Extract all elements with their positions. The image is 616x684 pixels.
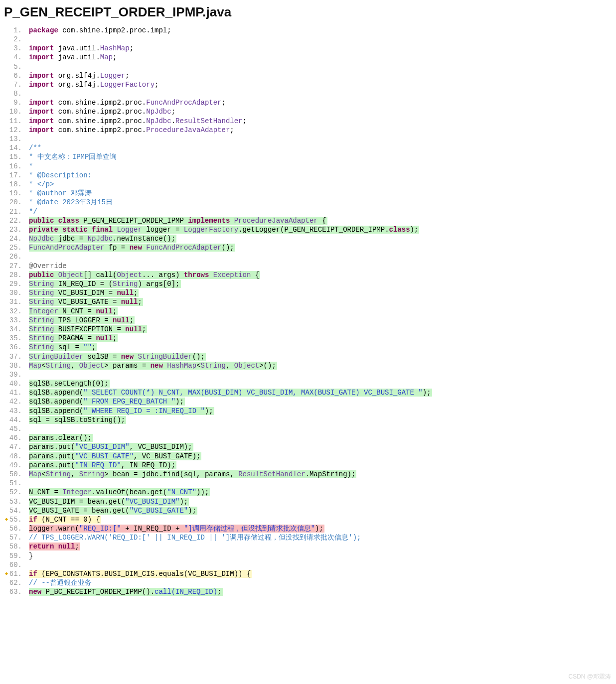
code-content: String VC_BUSI_DIM = null; (26, 288, 139, 297)
code-line: 22.public class P_GEN_RECEIPT_ORDER_IPMP… (4, 216, 612, 225)
code-content: * @date 2023年3月15日 (26, 198, 114, 207)
code-content: StringBuilder sqlSB = new StringBuilder(… (26, 352, 206, 361)
code-line: 6.import org.slf4j.Logger; (4, 71, 612, 80)
code-content: params.put("VC_BUSI_DIM", VC_BUSI_DIM); (26, 442, 193, 451)
code-line: 8. (4, 89, 612, 98)
code-line: 61.◆ if (EPG_CONSTANTS.BUSI_DIM_CIS.equa… (4, 569, 612, 578)
code-content: String sql = ""; (26, 343, 97, 352)
line-number: 17. (4, 171, 26, 180)
line-number: 21. (4, 207, 26, 216)
code-content: N_CNT = Integer.valueOf(bean.get("N_CNT"… (26, 488, 210, 497)
line-number: 38. (4, 361, 26, 370)
code-line: 33. String TPS_LOGGER = null; (4, 316, 612, 325)
code-content: if (N_CNT == 0) { (26, 515, 101, 524)
line-number: 41. (4, 388, 26, 397)
code-line: 40. sqlSB.setLength(0); (4, 379, 612, 388)
code-content: * </p> (26, 180, 55, 189)
code-line: 32. Integer N_CNT = null; (4, 307, 612, 316)
line-number: 13. (4, 135, 26, 143)
line-number: 39. (4, 370, 26, 379)
code-line: 3.import java.util.HashMap; (4, 44, 612, 53)
line-number: 34. (4, 325, 26, 334)
code-content: sql = sqlSB.toString(); (26, 415, 126, 424)
code-line: 57.// TPS_LOGGER.WARN('REQ_ID:[' || IN_R… (4, 533, 612, 542)
line-number: 10. (4, 107, 26, 116)
code-line: 47. params.put("VC_BUSI_DIM", VC_BUSI_DI… (4, 442, 612, 451)
line-number: 62. (4, 578, 26, 587)
code-line: 54. VC_BUSI_GATE = bean.get("VC_BUSI_GAT… (4, 506, 612, 515)
code-content: params.clear(); (26, 433, 93, 442)
code-line: 34. String BUSIEXCEPTION = null; (4, 325, 612, 334)
code-content (26, 89, 30, 98)
code-content: @Override (26, 262, 68, 271)
code-line: 1.package com.shine.ipmp2.proc.impl; (4, 26, 612, 35)
code-content: import com.shine.ipmp2.proc.ProcedureJav… (26, 126, 235, 135)
code-block: 1.package com.shine.ipmp2.proc.impl;2.3.… (4, 26, 612, 597)
code-content: String PRAGMA = null; (26, 334, 118, 343)
code-content: /** (26, 143, 42, 152)
line-number: 45. (4, 424, 26, 433)
line-number: 32. (4, 307, 26, 316)
code-content (26, 479, 30, 488)
code-content: new P_BC_RECEIPT_ORDER_IPMP().call(IN_RE… (26, 587, 223, 596)
code-line: 10.import com.shine.ipmp2.proc.NpJdbc; (4, 107, 612, 116)
code-line: 44. sql = sqlSB.toString(); (4, 415, 612, 424)
line-number: 8. (4, 89, 26, 98)
line-number: 57. (4, 533, 26, 542)
code-line: 27. @Override (4, 262, 612, 271)
line-number: 15. (4, 152, 26, 161)
code-content: NpJdbc jdbc = NpJdbc.newInstance(); (26, 234, 176, 243)
code-content: // --普通银企业务 (26, 578, 93, 587)
code-line: 5. (4, 62, 612, 71)
code-line: 51. (4, 479, 612, 488)
line-number: 56. (4, 524, 26, 533)
code-line: 24. NpJdbc jdbc = NpJdbc.newInstance(); (4, 234, 612, 243)
code-content: sqlSB.append(" SELECT COUNT(*) N_CNT, MA… (26, 388, 432, 397)
code-line: 56. logger.warn("REQ_ID:[" + IN_REQ_ID +… (4, 524, 612, 533)
code-content: import com.shine.ipmp2.proc.NpJdbc.Resul… (26, 117, 248, 126)
line-number: 59. (4, 551, 26, 560)
code-content: String BUSIEXCEPTION = null; (26, 325, 147, 334)
line-number: 37. (4, 352, 26, 361)
line-number: 9. (4, 98, 26, 107)
line-number: 22. (4, 216, 26, 225)
code-line: 13. (4, 135, 612, 143)
line-number: 51. (4, 479, 26, 488)
line-number: 18. (4, 180, 26, 189)
code-content (26, 135, 30, 143)
line-number: 63. (4, 587, 26, 596)
code-line: 7.import org.slf4j.LoggerFactory; (4, 80, 612, 89)
code-content: */ (26, 207, 38, 216)
line-number: 2. (4, 35, 26, 44)
line-number: 36. (4, 343, 26, 352)
code-content: VC_BUSI_DIM = bean.get("VC_BUSI_DIM"); (26, 497, 189, 506)
page-title: P_GEN_RECEIPT_ORDER_IPMP.java (4, 4, 612, 21)
line-number: 26. (4, 252, 26, 261)
code-line: 50. Map<String, String> bean = jdbc.find… (4, 470, 612, 479)
code-line: 17. * @Description: (4, 171, 612, 180)
code-line: 14./** (4, 143, 612, 152)
line-number: 31. (4, 297, 26, 306)
code-line: 48. params.put("VC_BUSI_GATE", VC_BUSI_G… (4, 452, 612, 461)
code-content: return null; (26, 542, 80, 551)
line-number: 19. (4, 189, 26, 198)
line-number: 44. (4, 415, 26, 424)
warning-icon: ◆ (5, 570, 8, 577)
code-line: 55.◆ if (N_CNT == 0) { (4, 515, 612, 524)
line-number: 42. (4, 397, 26, 406)
code-content: Map<String, String> bean = jdbc.find(sql… (26, 470, 356, 479)
code-content: * @Description: (26, 171, 93, 180)
line-number: 60. (4, 560, 26, 569)
code-line: 49. params.put("IN_REQ_ID", IN_REQ_ID); (4, 461, 612, 470)
code-content: * (26, 162, 34, 171)
code-line: 2. (4, 35, 612, 44)
line-number: 5. (4, 62, 26, 71)
code-content: logger.warn("REQ_ID:[" + IN_REQ_ID + "]调… (26, 524, 324, 533)
code-line: 38. Map<String, Object> params = new Has… (4, 361, 612, 370)
code-content (26, 252, 30, 261)
code-content (26, 62, 30, 71)
code-line: 26. (4, 252, 612, 261)
line-number: 1. (4, 26, 26, 35)
code-line: 21. */ (4, 207, 612, 216)
code-content (26, 370, 30, 379)
